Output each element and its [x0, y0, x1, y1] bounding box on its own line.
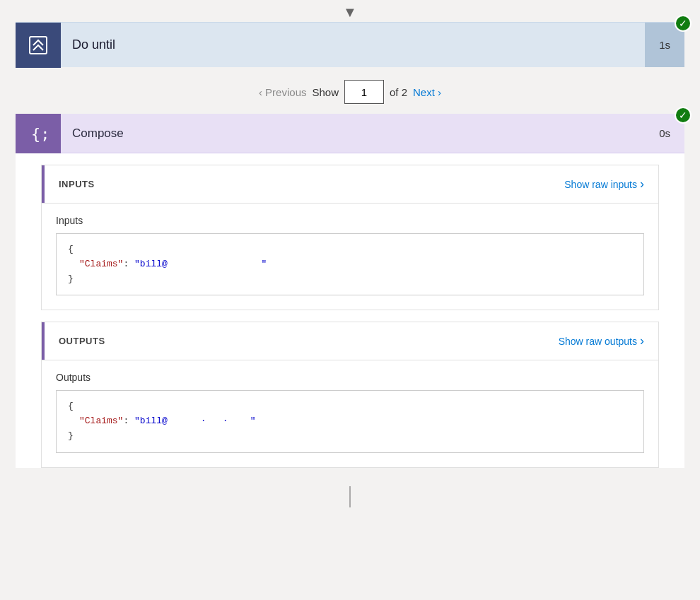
show-raw-outputs-button[interactable]: Show raw outputs ›	[559, 334, 644, 348]
inputs-body-label: Inputs	[56, 215, 644, 226]
inputs-section-body: Inputs { "Claims": "bill@ " }	[42, 203, 658, 310]
previous-label: Previous	[265, 86, 306, 98]
outputs-section-header: OUTPUTS Show raw outputs ›	[42, 322, 658, 360]
arrow-right-icon-outputs: ›	[640, 334, 644, 348]
outputs-close-brace: }	[68, 429, 632, 444]
do-until-container: Do until 1s ✓	[16, 22, 684, 67]
show-raw-inputs-button[interactable]: Show raw inputs ›	[564, 177, 644, 192]
checkmark-icon-compose: ✓	[679, 110, 687, 121]
outputs-open-brace: {	[68, 399, 632, 414]
do-until-success-badge: ✓	[675, 15, 692, 32]
svg-text:{;}: {;}	[31, 125, 48, 143]
checkmark-icon: ✓	[679, 18, 687, 29]
inputs-section: INPUTS Show raw inputs › Inputs { "Claim…	[41, 165, 659, 310]
compose-title: Compose	[61, 127, 645, 141]
outputs-section: OUTPUTS Show raw outputs › Outputs { "Cl…	[41, 322, 659, 467]
compose-duration: 0s	[645, 127, 684, 139]
inputs-key: "Claims"	[79, 259, 123, 269]
inputs-section-header: INPUTS Show raw inputs ›	[42, 165, 658, 203]
show-raw-outputs-label: Show raw outputs	[559, 336, 637, 347]
next-label: Next	[413, 86, 435, 98]
compose-success-badge: ✓	[675, 107, 692, 124]
outputs-key: "Claims"	[79, 416, 123, 426]
do-until-title: Do until	[61, 37, 645, 52]
bottom-connector	[0, 479, 700, 514]
show-raw-inputs-label: Show raw inputs	[564, 179, 637, 190]
chevron-left-icon: ‹	[259, 86, 262, 98]
arrow-right-icon: ›	[640, 177, 644, 192]
previous-button[interactable]: ‹ Previous	[259, 86, 306, 98]
outputs-body-label: Outputs	[56, 372, 644, 383]
curly-braces-icon: {;}	[28, 124, 48, 143]
outputs-section-title: OUTPUTS	[59, 336, 105, 346]
compose-action-icon: {;}	[16, 114, 61, 153]
loop-icon	[28, 35, 49, 56]
inputs-code-box: { "Claims": "bill@ " }	[56, 233, 644, 295]
inputs-open-brace: {	[68, 242, 632, 257]
compose-wrapper: {;} Compose 0s ✓	[16, 114, 684, 153]
chevron-right-icon: ›	[438, 86, 441, 98]
show-label: Show	[312, 86, 339, 98]
of-label: of 2	[390, 86, 407, 98]
inputs-claims-line: "Claims": "bill@ "	[68, 257, 632, 272]
top-chevron-area: ▼	[0, 0, 700, 22]
inputs-section-title: INPUTS	[59, 179, 95, 189]
do-until-icon	[16, 23, 61, 68]
compose-header[interactable]: {;} Compose 0s	[16, 114, 684, 153]
inputs-value: "bill@ "	[134, 259, 267, 269]
next-button[interactable]: Next ›	[413, 86, 441, 98]
vertical-line	[349, 486, 351, 507]
do-until-header[interactable]: Do until 1s	[16, 22, 684, 67]
main-content-area: {;} Compose 0s ✓ INPUTS Show raw inputs …	[16, 114, 684, 468]
pagination-bar: ‹ Previous Show of 2 Next ›	[0, 67, 700, 114]
outputs-section-body: Outputs { "Claims": "bill@ · · " }	[42, 360, 658, 466]
outputs-code-box: { "Claims": "bill@ · · " }	[56, 390, 644, 452]
page-number-input[interactable]	[344, 80, 384, 104]
chevron-down-icon: ▼	[343, 4, 357, 20]
inputs-close-brace: }	[68, 272, 632, 287]
outputs-claims-line: "Claims": "bill@ · · "	[68, 414, 632, 429]
outputs-value: "bill@ · · "	[134, 416, 256, 426]
